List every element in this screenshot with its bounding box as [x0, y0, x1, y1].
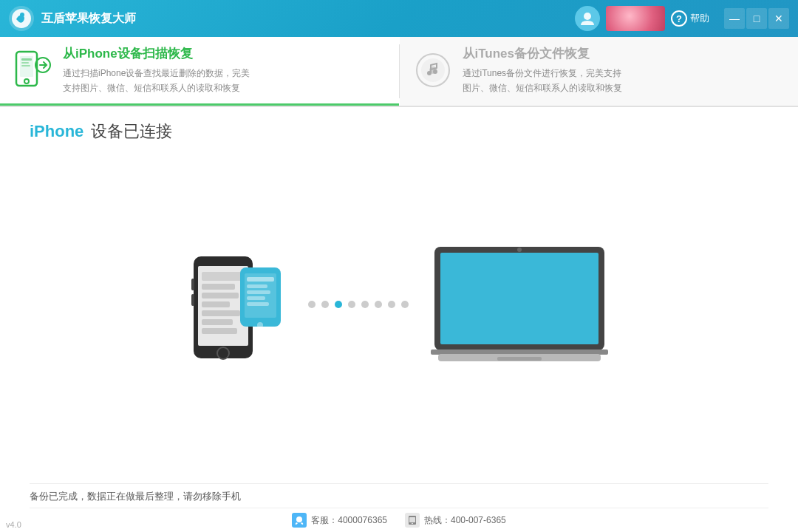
customer-service-item: 客服：4000076365 — [292, 513, 387, 528]
connection-status: 设备已连接 — [91, 120, 172, 143]
svg-rect-40 — [431, 349, 608, 355]
dot-5 — [361, 301, 369, 308]
app-title: 互盾苹果恢复大师 — [41, 11, 575, 27]
tab1-title: 从iPhone设备扫描恢复 — [63, 45, 250, 62]
tab2-text: 从iTunes备份文件恢复 通过iTunes备份文件进行恢复，完美支持图片、微信… — [463, 45, 622, 95]
svg-rect-27 — [191, 294, 194, 306]
titlebar-photo-banner — [606, 6, 665, 31]
tab2-desc: 通过iTunes备份文件进行恢复，完美支持图片、微信、短信和联系人的读取和恢复 — [463, 66, 622, 95]
svg-point-6 — [24, 79, 29, 83]
svg-rect-20 — [202, 293, 239, 299]
svg-rect-42 — [497, 357, 542, 361]
computer-illustration — [431, 247, 608, 361]
hotline-label: 热线：400-007-6365 — [424, 514, 506, 527]
help-label: 帮助 — [690, 12, 709, 25]
window-controls: — □ ✕ — [724, 8, 789, 29]
phone-illustration — [190, 245, 286, 364]
footer: 备份已完成，数据正在做最后整理，请勿移除手机 客服：4000076365 — [0, 480, 798, 532]
tab1-text: 从iPhone设备扫描恢复 通过扫描iPhone设备查找最近删除的数据，完美支持… — [63, 45, 250, 95]
svg-rect-8 — [21, 58, 32, 61]
svg-point-3 — [584, 13, 591, 20]
hotline-icon — [405, 513, 420, 528]
footer-status-text: 备份已完成，数据正在做最后整理，请勿移除手机 — [30, 483, 768, 508]
svg-rect-34 — [247, 296, 265, 300]
svg-rect-38 — [440, 253, 598, 344]
svg-rect-24 — [202, 328, 237, 334]
svg-point-15 — [433, 69, 437, 74]
svg-rect-32 — [247, 284, 267, 288]
user-avatar[interactable] — [575, 6, 600, 31]
svg-rect-22 — [202, 310, 240, 316]
maximize-button[interactable]: □ — [746, 8, 767, 29]
help-button[interactable]: ? 帮助 — [671, 10, 709, 27]
status-bar: iPhone 设备已连接 — [0, 107, 798, 143]
svg-rect-18 — [202, 272, 245, 281]
svg-rect-31 — [247, 277, 274, 282]
svg-point-46 — [412, 523, 413, 525]
tabbar: 从iPhone设备扫描恢复 通过扫描iPhone设备查找最近删除的数据，完美支持… — [0, 37, 798, 107]
device-name: iPhone — [30, 122, 83, 141]
customer-service-label: 客服：4000076365 — [311, 514, 387, 527]
svg-rect-23 — [202, 319, 233, 325]
animation-area — [0, 143, 798, 480]
svg-point-39 — [517, 248, 522, 252]
tab-scan-iphone[interactable]: 从iPhone设备扫描恢复 通过扫描iPhone设备查找最近删除的数据，完美支持… — [0, 37, 399, 106]
svg-rect-26 — [191, 279, 194, 290]
svg-rect-10 — [21, 65, 30, 66]
qq-icon — [292, 513, 307, 528]
dot-6 — [375, 301, 382, 308]
svg-point-36 — [257, 322, 263, 328]
itunes-icon-wrap — [415, 49, 451, 92]
progress-dots — [308, 301, 409, 308]
dot-4 — [348, 301, 355, 308]
titlebar-right: ? 帮助 — □ ✕ — [575, 6, 789, 31]
svg-point-14 — [427, 71, 432, 75]
scan-icon-wrap — [15, 49, 52, 92]
main-content: iPhone 设备已连接 — [0, 107, 798, 532]
dot-3 — [335, 301, 342, 308]
svg-rect-9 — [21, 62, 29, 64]
svg-rect-21 — [202, 301, 230, 307]
svg-rect-33 — [247, 290, 270, 294]
dot-8 — [401, 301, 409, 308]
svg-rect-45 — [409, 517, 415, 522]
version-label: v4.0 — [6, 520, 21, 529]
dot-7 — [388, 301, 395, 308]
footer-bar: 客服：4000076365 热线：400-007-6365 — [30, 508, 768, 532]
titlebar: 互盾苹果恢复大师 ? 帮助 — □ ✕ — [0, 0, 798, 37]
svg-point-43 — [296, 516, 302, 522]
svg-rect-19 — [202, 284, 235, 290]
close-button[interactable]: ✕ — [768, 8, 789, 29]
app-logo — [9, 6, 34, 31]
minimize-button[interactable]: — — [724, 8, 745, 29]
svg-point-2 — [20, 13, 24, 17]
dot-2 — [321, 301, 329, 308]
tab-itunes-backup[interactable]: 从iTunes备份文件恢复 通过iTunes备份文件进行恢复，完美支持图片、微信… — [400, 37, 799, 106]
tab2-title: 从iTunes备份文件恢复 — [463, 45, 622, 62]
hotline-item: 热线：400-007-6365 — [405, 513, 506, 528]
svg-rect-35 — [247, 302, 269, 306]
tab1-desc: 通过扫描iPhone设备查找最近删除的数据，完美支持图片、微信、短信和联系人的读… — [63, 66, 250, 95]
dot-1 — [308, 301, 316, 308]
help-icon: ? — [671, 10, 687, 27]
